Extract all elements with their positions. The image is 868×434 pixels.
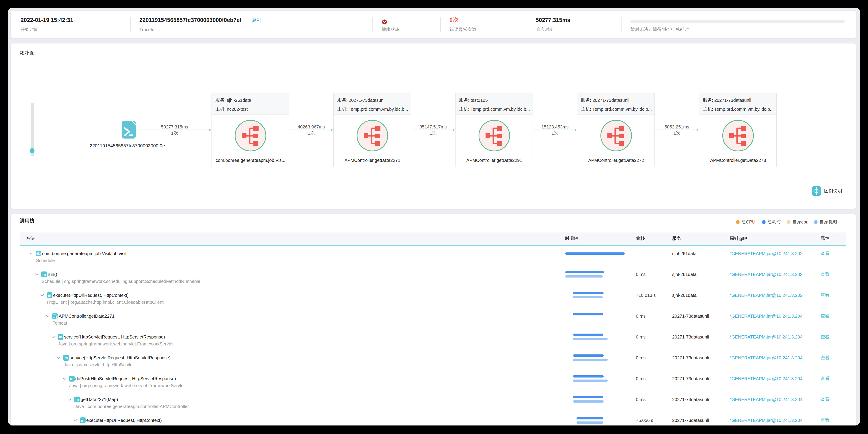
svg-text:m: m xyxy=(64,356,68,360)
svg-text:m: m xyxy=(48,293,51,297)
svg-text:m: m xyxy=(59,335,62,339)
svg-text:m: m xyxy=(70,377,73,381)
svg-text:m: m xyxy=(42,272,46,277)
svg-text:m: m xyxy=(75,398,79,402)
svg-text:m: m xyxy=(81,418,84,423)
